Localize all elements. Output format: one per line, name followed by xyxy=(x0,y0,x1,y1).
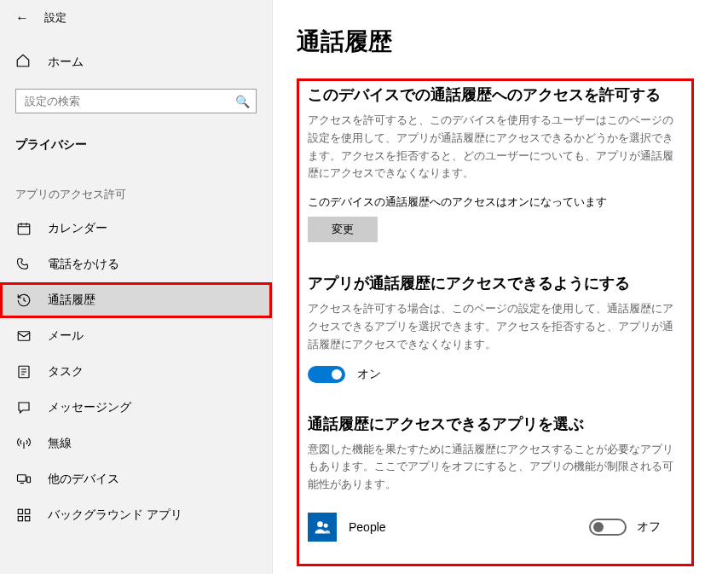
svg-point-9 xyxy=(317,521,323,527)
svg-rect-0 xyxy=(18,224,30,235)
section2-desc: アクセスを許可する場合は、このページの設定を使用して、通話履歴にアクセスできるア… xyxy=(308,300,683,353)
sidebar-item-messaging[interactable]: メッセージング xyxy=(0,390,272,426)
section3-title: 通話履歴にアクセスできるアプリを選ぶ xyxy=(308,414,683,434)
mail-icon xyxy=(15,328,32,344)
sidebar-item-label: 他のデバイス xyxy=(48,472,119,487)
sidebar-item-label: タスク xyxy=(48,364,84,380)
background-icon xyxy=(15,507,32,523)
back-button[interactable]: ← xyxy=(15,10,29,26)
svg-rect-8 xyxy=(26,517,30,521)
sidebar-item-background[interactable]: バックグラウンド アプリ xyxy=(0,497,272,533)
search-icon: 🔍 xyxy=(235,95,250,108)
page-title: 通話履歴 xyxy=(297,26,694,58)
section1-desc: アクセスを許可すると、このデバイスを使用するユーザーはこのページの設定を使用して… xyxy=(308,112,683,183)
app-row-people: People オフ xyxy=(308,506,683,548)
tasks-icon xyxy=(15,364,32,380)
svg-point-10 xyxy=(324,524,328,528)
search-input[interactable] xyxy=(15,89,257,113)
callhistory-icon xyxy=(15,293,32,308)
allow-apps-toggle-label: オン xyxy=(357,367,381,382)
sidebar-item-mail[interactable]: メール xyxy=(0,318,272,354)
people-app-toggle-label: オフ xyxy=(637,519,661,535)
privacy-category: プライバシー xyxy=(0,122,272,161)
sidebar-item-label: メール xyxy=(48,328,84,344)
section2-title: アプリが通話履歴にアクセスできるようにする xyxy=(308,273,683,293)
settings-title: 設定 xyxy=(44,10,66,26)
sidebar-item-label: 通話履歴 xyxy=(48,293,95,308)
home-nav[interactable]: ホーム xyxy=(0,44,272,80)
sidebar-item-label: 電話をかける xyxy=(48,257,119,272)
people-app-icon xyxy=(308,513,337,542)
app-name: People xyxy=(349,520,577,534)
people-app-toggle[interactable] xyxy=(589,519,627,536)
sidebar-item-label: メッセージング xyxy=(48,400,131,415)
calendar-icon xyxy=(15,221,32,236)
svg-rect-6 xyxy=(26,509,30,513)
svg-rect-7 xyxy=(18,517,22,521)
otherdevices-icon xyxy=(15,472,32,487)
sidebar-item-tasks[interactable]: タスク xyxy=(0,354,272,390)
sidebar-item-calendar[interactable]: カレンダー xyxy=(0,211,272,246)
sidebar-item-phonecall[interactable]: 電話をかける xyxy=(0,246,272,282)
phonecall-icon xyxy=(15,257,32,272)
svg-rect-1 xyxy=(18,332,30,341)
sidebar-item-label: 無線 xyxy=(48,436,72,451)
sidebar-item-label: カレンダー xyxy=(48,221,107,236)
change-button[interactable]: 変更 xyxy=(308,217,378,242)
svg-rect-5 xyxy=(18,509,22,513)
svg-rect-3 xyxy=(18,475,26,482)
section-label-permissions: アプリのアクセス許可 xyxy=(0,161,272,211)
messaging-icon xyxy=(15,400,32,415)
section1-status: このデバイスの通話履歴へのアクセスはオンになっています xyxy=(308,194,683,210)
sidebar-item-label: バックグラウンド アプリ xyxy=(48,507,182,523)
sidebar-item-otherdevices[interactable]: 他のデバイス xyxy=(0,461,272,497)
home-label: ホーム xyxy=(48,55,84,70)
section3-desc: 意図した機能を果たすために通話履歴にアクセスすることが必要なアプリもあります。こ… xyxy=(308,441,683,494)
home-icon xyxy=(15,53,32,72)
section1-title: このデバイスでの通話履歴へのアクセスを許可する xyxy=(308,84,683,105)
radio-icon xyxy=(15,436,32,451)
content-highlight-frame: このデバイスでの通話履歴へのアクセスを許可する アクセスを許可すると、このデバイ… xyxy=(297,78,694,566)
search-box: 🔍 xyxy=(15,89,257,113)
sidebar-item-callhistory[interactable]: 通話履歴 xyxy=(0,282,272,318)
allow-apps-toggle[interactable] xyxy=(308,366,345,383)
sidebar-item-radio[interactable]: 無線 xyxy=(0,426,272,461)
svg-rect-4 xyxy=(27,477,31,483)
